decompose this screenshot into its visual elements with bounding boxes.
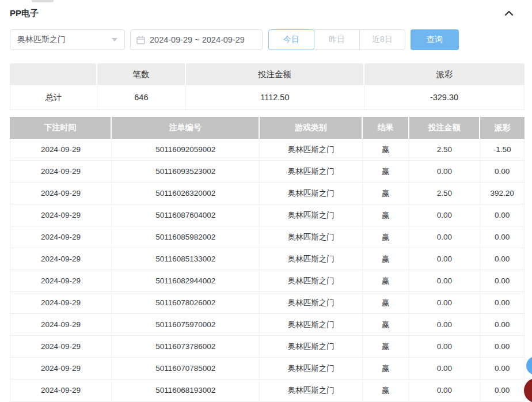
game-name-cell: 奥林匹斯之门 [260,161,363,183]
game-select-value: 奥林匹斯之门 [17,35,66,45]
table-header-row: 下注时间 注单编号 游戏类别 结果 投注金额 派彩 [10,117,525,139]
bet-date-cell: 2024-09-29 [10,336,112,358]
table-row: 2024-09-29 50116087604002 奥林匹斯之门 赢 0.00 … [10,204,525,226]
top-edge-fragment [32,0,54,2]
summary-total-label: 总计 [10,85,97,110]
date-range-input[interactable]: 2024-09-29 ~ 2024-09-29 [130,29,263,50]
last-8-days-button[interactable]: 近8日 [359,29,405,50]
payout-cell: 392.20 [480,183,525,204]
bet-date-cell: 2024-09-29 [10,248,112,270]
bet-date-cell: 2024-09-29 [10,139,112,161]
bet-amount-cell: 0.00 [409,226,480,248]
bet-amount-cell: 2.50 [409,139,480,161]
quick-date-button-group: 今日 昨日 近8日 [268,29,405,50]
summary-total-count: 646 [97,85,186,110]
payout-cell: 0.00 [480,380,525,401]
table-row: 2024-09-29 50116073786002 奥林匹斯之门 赢 0.00 … [10,336,525,358]
payout-cell: 0.00 [480,248,525,270]
payout-cell: 0.00 [480,292,525,314]
table-row: 2024-09-29 50116078026002 奥林匹斯之门 赢 0.00 … [10,292,525,314]
summary-header-row: 笔数 投注金额 派彩 [10,63,525,85]
order-number-cell: 50116082944002 [112,270,260,292]
game-name-cell: 奥林匹斯之门 [260,336,363,358]
bet-date-cell: 2024-09-29 [10,292,112,314]
payout-cell: 0.00 [480,314,525,336]
payout-cell: 0.00 [480,270,525,292]
calendar-icon [136,36,145,44]
summary-header-count: 笔数 [97,63,186,85]
order-number-cell: 50116078026002 [112,292,260,314]
result-cell: 赢 [363,380,409,401]
chevron-up-icon [504,10,514,17]
bet-date-cell: 2024-09-29 [10,270,112,292]
game-name-cell: 奥林匹斯之门 [260,139,363,161]
result-cell: 赢 [363,139,409,161]
game-name-cell: 奥林匹斯之门 [260,204,363,226]
result-cell: 赢 [363,161,409,183]
table-row: 2024-09-29 50116085133002 奥林匹斯之门 赢 0.00 … [10,248,525,270]
game-name-cell: 奥林匹斯之门 [260,380,363,401]
bet-amount-cell: 0.00 [409,380,480,401]
bet-date-cell: 2024-09-29 [10,183,112,204]
game-name-cell: 奥林匹斯之门 [260,358,363,380]
summary-header-blank [10,63,97,85]
summary-total-bet-amount: 1112.50 [186,85,364,110]
summary-total-payout: -329.30 [364,85,525,110]
table-row: 2024-09-29 50116070785002 奥林匹斯之门 赢 0.00 … [10,358,525,380]
result-cell: 赢 [363,292,409,314]
pp-games-panel: PP电子 奥林匹斯之门 2024-09-29 ~ 2 [0,0,532,401]
order-number-cell: 50116093523002 [112,161,260,183]
summary-total-row: 总计 646 1112.50 -329.30 [10,85,525,110]
bet-date-cell: 2024-09-29 [10,204,112,226]
filter-bar: 奥林匹斯之门 2024-09-29 ~ 2024-09-29 今日 昨日 近8日… [10,29,525,50]
collapse-panel-button[interactable] [503,8,515,18]
header-bet-time: 下注时间 [10,117,112,139]
header-bet-amount: 投注金额 [409,117,480,139]
bet-date-cell: 2024-09-29 [10,161,112,183]
header-game-category: 游戏类别 [260,117,363,139]
order-number-cell: 50116085982002 [112,226,260,248]
order-number-cell: 50116070785002 [112,358,260,380]
order-number-cell: 50116026320002 [112,183,260,204]
bet-amount-cell: 0.00 [409,336,480,358]
table-row: 2024-09-29 50116026320002 奥林匹斯之门 赢 2.50 … [10,183,525,204]
game-name-cell: 奥林匹斯之门 [260,226,363,248]
order-number-cell: 50116073786002 [112,336,260,358]
table-row: 2024-09-29 50116082944002 奥林匹斯之门 赢 0.00 … [10,270,525,292]
result-cell: 赢 [363,314,409,336]
header-result: 结果 [363,117,409,139]
payout-cell: 0.00 [480,226,525,248]
game-name-cell: 奥林匹斯之门 [260,270,363,292]
bet-date-cell: 2024-09-29 [10,314,112,336]
result-cell: 赢 [363,248,409,270]
yesterday-button[interactable]: 昨日 [314,29,360,50]
bet-amount-cell: 0.00 [409,292,480,314]
bet-amount-cell: 0.00 [409,204,480,226]
payout-cell: 0.00 [480,358,525,380]
result-cell: 赢 [363,270,409,292]
panel-header: PP电子 [10,6,525,21]
bet-table-body: 2024-09-29 50116092059002 奥林匹斯之门 赢 2.50 … [10,139,525,401]
bet-amount-cell: 0.00 [409,248,480,270]
chevron-down-icon [112,38,117,41]
bet-amount-cell: 0.00 [409,161,480,183]
summary-header-bet-amount: 投注金额 [186,63,364,85]
result-cell: 赢 [363,226,409,248]
payout-cell: 0.00 [480,204,525,226]
bet-amount-cell: 0.00 [409,314,480,336]
order-number-cell: 50116087604002 [112,204,260,226]
today-button[interactable]: 今日 [268,29,314,50]
game-name-cell: 奥林匹斯之门 [260,314,363,336]
summary-table: 笔数 投注金额 派彩 总计 646 1112.50 -329.30 [10,63,525,110]
order-number-cell: 50116068193002 [112,380,260,401]
order-number-cell: 50116075970002 [112,314,260,336]
result-cell: 赢 [363,183,409,204]
summary-header-payout: 派彩 [364,63,525,85]
payout-cell: 0.00 [480,161,525,183]
game-select[interactable]: 奥林匹斯之门 [10,29,125,50]
header-payout: 派彩 [480,117,525,139]
query-button[interactable]: 查询 [411,29,459,50]
table-row: 2024-09-29 50116085982002 奥林匹斯之门 赢 0.00 … [10,226,525,248]
game-name-cell: 奥林匹斯之门 [260,183,363,204]
game-name-cell: 奥林匹斯之门 [260,248,363,270]
